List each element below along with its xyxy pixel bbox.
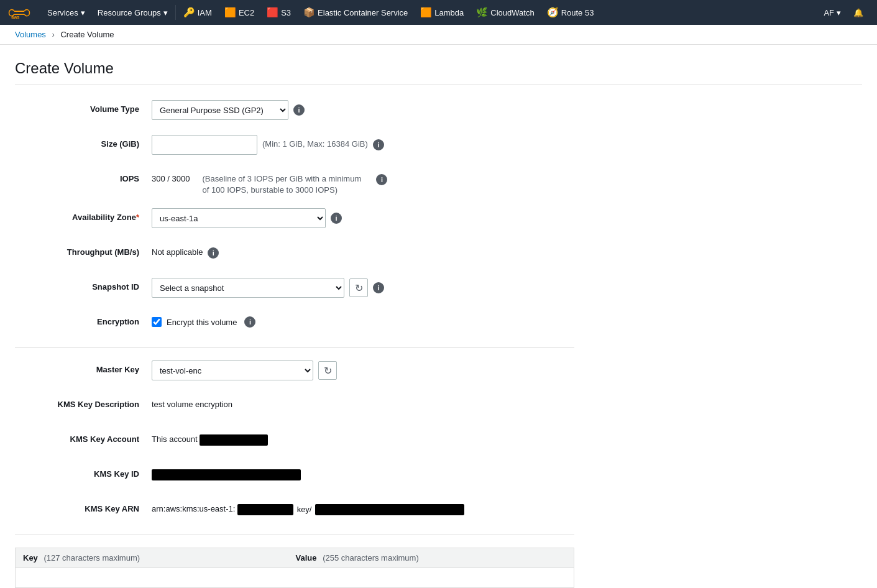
az-select[interactable]: us-east-1a us-east-1b us-east-1c us-east… (152, 208, 326, 228)
nav-iam[interactable]: 🔑 IAM (177, 0, 218, 25)
master-key-row: Master Key test-vol-enc (default) aws/eb… (15, 361, 574, 383)
encryption-info-icon[interactable]: i (244, 316, 255, 328)
breadcrumb-current: Create Volume (60, 30, 114, 39)
throughput-label: Throughput (MB/s) (15, 243, 152, 257)
nav-ec2[interactable]: 🟧 EC2 (218, 0, 260, 25)
nav-s3[interactable]: 🟥 S3 (260, 0, 297, 25)
size-label: Size (GiB) (15, 135, 152, 149)
ec2-icon: 🟧 (224, 7, 236, 18)
nav-lambda[interactable]: 🟧 Lambda (414, 0, 470, 25)
tags-value-header: Value (255 characters maximum) (288, 548, 574, 568)
main-content: Create Volume Volume Type General Purpos… (0, 45, 877, 588)
kms-account-value: This account (152, 430, 268, 446)
resource-groups-menu[interactable]: Resource Groups ▾ (91, 0, 174, 25)
az-control: us-east-1a us-east-1b us-east-1c us-east… (152, 208, 574, 228)
size-hint: (Min: 1 GiB, Max: 16384 GiB) (262, 135, 368, 149)
master-key-refresh-button[interactable]: ↻ (318, 361, 337, 380)
az-row: Availability Zone* us-east-1a us-east-1b… (15, 208, 574, 231)
services-label: Services (47, 8, 78, 17)
kms-arn-value: arn:aws:kms:us-east-1: key/ (152, 500, 464, 515)
iops-label: IOPS (15, 170, 152, 183)
az-info-icon[interactable]: i (331, 213, 342, 224)
nav-cloudwatch[interactable]: 🌿 CloudWatch (470, 0, 540, 25)
size-row: Size (GiB) 100 (Min: 1 GiB, Max: 16384 G… (15, 135, 574, 157)
volume-type-info-icon[interactable]: i (293, 104, 305, 116)
kms-id-redacted (152, 469, 301, 480)
kms-id-value (152, 465, 301, 480)
encryption-label: Encryption (15, 313, 152, 326)
kms-account-redacted (200, 434, 268, 446)
master-key-select[interactable]: test-vol-enc (default) aws/ebs (152, 361, 313, 380)
kms-account-label: KMS Key Account (15, 430, 152, 444)
table-row (16, 568, 574, 588)
section-divider-1 (15, 347, 574, 348)
iops-row: IOPS 300 / 3000 (Baseline of 3 IOPS per … (15, 170, 574, 196)
resource-groups-label: Resource Groups (98, 8, 161, 17)
iops-info-icon[interactable]: i (376, 174, 387, 185)
breadcrumb-volumes-link[interactable]: Volumes (15, 30, 46, 39)
create-volume-form: Volume Type General Purpose SSD (GP2) Pr… (15, 100, 574, 588)
master-key-control: test-vol-enc (default) aws/ebs ↻ (152, 361, 574, 380)
throughput-info-icon[interactable]: i (208, 247, 219, 259)
snapshot-row: Snapshot ID Select a snapshot ↻ i (15, 278, 574, 300)
kms-id-label: KMS Key ID (15, 465, 152, 479)
volume-type-label: Volume Type (15, 100, 152, 114)
tags-key-hint: (127 characters maximum) (44, 553, 140, 563)
user-chevron-icon: ▾ (837, 8, 841, 17)
user-menu[interactable]: AF ▾ (817, 0, 847, 25)
ecs-icon: 📦 (303, 7, 315, 18)
services-chevron-icon: ▾ (81, 8, 85, 17)
az-required: * (136, 213, 139, 222)
encryption-control: Encrypt this volume i (152, 313, 574, 328)
throughput-row: Throughput (MB/s) Not applicable i (15, 243, 574, 265)
snapshot-label: Snapshot ID (15, 278, 152, 292)
kms-arn-redacted-1 (237, 504, 293, 515)
snapshot-refresh-button[interactable]: ↻ (349, 278, 368, 297)
nav-ecs[interactable]: 📦 Elastic Container Service (297, 0, 414, 25)
services-menu[interactable]: Services ▾ (41, 0, 91, 25)
master-key-label: Master Key (15, 361, 152, 374)
throughput-value: Not applicable (152, 243, 203, 257)
kms-account-row: KMS Key Account This account (15, 430, 574, 452)
kms-desc-label: KMS Key Description (15, 395, 152, 409)
tags-section: Key (127 characters maximum) Value (255 … (15, 548, 574, 588)
az-label: Availability Zone* (15, 208, 152, 222)
route53-icon: 🧭 (547, 7, 559, 18)
volume-type-select[interactable]: General Purpose SSD (GP2) Provisioned IO… (152, 100, 288, 120)
encryption-row: Encryption Encrypt this volume i (15, 313, 574, 335)
tags-value-hint: (255 characters maximum) (323, 553, 419, 563)
section-divider-2 (15, 535, 574, 535)
iops-hint: (Baseline of 3 IOPS per GiB with a minim… (202, 170, 364, 196)
kms-id-control (152, 465, 574, 480)
resource-groups-chevron-icon: ▾ (163, 8, 168, 17)
kms-id-row: KMS Key ID (15, 465, 574, 487)
svg-text:aws: aws (11, 15, 19, 19)
kms-desc-value: test volume encryption (152, 395, 232, 409)
volume-type-control: General Purpose SSD (GP2) Provisioned IO… (152, 100, 574, 120)
iops-control: 300 / 3000 (Baseline of 3 IOPS per GiB w… (152, 170, 574, 196)
snapshot-control: Select a snapshot ↻ i (152, 278, 574, 298)
kms-arn-label: KMS Key ARN (15, 500, 152, 513)
throughput-control: Not applicable i (152, 243, 574, 259)
nav-divider-1 (175, 5, 176, 20)
size-input[interactable]: 100 (152, 135, 257, 155)
kms-desc-control: test volume encryption (152, 395, 574, 409)
kms-arn-redacted-2 (315, 504, 464, 515)
top-navigation: aws Services ▾ Resource Groups ▾ 🔑 IAM 🟧… (0, 0, 877, 25)
size-info-icon[interactable]: i (373, 139, 384, 150)
encryption-checkbox[interactable] (152, 317, 162, 327)
snapshot-info-icon[interactable]: i (373, 282, 384, 293)
snapshot-select[interactable]: Select a snapshot (152, 278, 344, 298)
s3-icon: 🟥 (267, 7, 278, 18)
size-control: 100 (Min: 1 GiB, Max: 16384 GiB) i (152, 135, 574, 155)
iops-value: 300 / 3000 (152, 170, 190, 183)
iam-icon: 🔑 (183, 7, 195, 18)
nav-route53[interactable]: 🧭 Route 53 (541, 0, 600, 25)
page-title: Create Volume (15, 60, 862, 85)
kms-account-control: This account (152, 430, 574, 446)
kms-desc-row: KMS Key Description test volume encrypti… (15, 395, 574, 418)
tags-table: Key (127 characters maximum) Value (255 … (15, 548, 574, 588)
aws-logo[interactable]: aws (7, 4, 31, 21)
kms-arn-control: arn:aws:kms:us-east-1: key/ (152, 500, 574, 515)
bell-icon[interactable]: 🔔 (847, 0, 870, 25)
